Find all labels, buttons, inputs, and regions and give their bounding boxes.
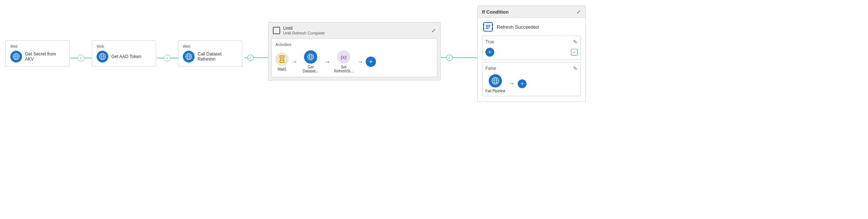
connector-3-until: ✓ [242, 37, 272, 81]
until-square-icon [273, 27, 280, 34]
if-panel-body: Refresh Succeeded True ✎ + ✓ False ✎ [478, 18, 585, 101]
if-panel-title: If Condition [482, 9, 509, 15]
svg-rect-30 [483, 28, 484, 29]
until-container: Until Until Refresh Complete ⤢ Activitie… [268, 22, 441, 80]
card-label-2: Get AAD Token [111, 54, 141, 59]
globe-icon-1 [10, 51, 22, 62]
check-badge-2: ✓ [164, 55, 171, 61]
add-activity-button[interactable]: + [366, 57, 376, 67]
card-type-2: Web [97, 44, 151, 49]
set-refresh-node[interactable]: (x) Set RefreshSt... [333, 50, 355, 73]
web-card-3[interactable]: Web Call Dataset Refreshn [178, 40, 242, 67]
if-expand-icon[interactable]: ⤢ [576, 9, 581, 15]
check-badge-1: ✓ [78, 55, 84, 61]
until-inner: Activities Wait1 → [271, 38, 437, 77]
arrow-1: → [291, 58, 297, 66]
get-dataset-node[interactable]: Get Dataset... [300, 50, 322, 73]
wait-icon [275, 53, 289, 66]
connector-until-if: ✓ [439, 37, 480, 81]
arrow-2: → [324, 58, 330, 66]
variable-icon: (x) [337, 50, 350, 64]
false-add-button[interactable]: + [518, 79, 527, 88]
web-card-1[interactable]: Web Get Secret from AKV [6, 40, 70, 67]
card-label-1: Get Secret from AKV [25, 51, 65, 62]
if-panel-name-row: Refresh Succeeded [482, 21, 581, 33]
get-dataset-icon [304, 50, 317, 64]
svg-text:(x): (x) [341, 54, 347, 60]
false-section-header: False ✎ [485, 65, 578, 71]
svg-rect-31 [492, 24, 493, 26]
if-panel-header: If Condition ⤢ [478, 6, 585, 18]
true-label: True [485, 39, 494, 44]
svg-rect-29 [483, 24, 484, 26]
true-add-button[interactable]: + [485, 48, 494, 57]
connector-2-3: ✓ [157, 58, 178, 58]
activities-label: Activities [275, 42, 433, 47]
condition-icon [482, 21, 494, 33]
fail-pipeline-icon [489, 74, 502, 87]
pipeline-canvas: Web Get Secret from AKV ✓ Web [0, 0, 868, 219]
card-type-3: Web [183, 44, 238, 49]
true-edit-icon[interactable]: ✎ [573, 39, 578, 45]
until-header: Until Until Refresh Complete ⤢ [268, 22, 440, 38]
false-section-content: Fail Pipeline → + [485, 74, 578, 93]
activities-row: Wait1 → Get Dataset.. [275, 50, 433, 73]
arrow-3: → [357, 58, 364, 66]
true-check-box: ✓ [571, 49, 578, 55]
false-label: False [485, 66, 496, 71]
true-section-content: + ✓ [485, 48, 578, 57]
until-subtitle: Until Refresh Complete [283, 31, 325, 35]
svg-text:✓: ✓ [448, 56, 451, 60]
get-dataset-label: Get Dataset... [300, 65, 322, 73]
true-section: True ✎ + ✓ [482, 36, 581, 60]
if-panel-name: Refresh Succeeded [497, 24, 539, 30]
set-refresh-label: Set RefreshSt... [333, 65, 355, 73]
false-section: False ✎ [482, 62, 581, 96]
web-card-2[interactable]: Web Get AAD Token [92, 40, 156, 67]
until-expand-icon[interactable]: ⤢ [431, 28, 436, 33]
svg-rect-32 [492, 28, 493, 29]
fail-pipeline-label: Fail Pipeline [485, 89, 505, 93]
fail-pipeline-node[interactable]: Fail Pipeline [485, 74, 505, 93]
false-edit-icon[interactable]: ✎ [573, 65, 578, 71]
true-section-header: True ✎ [485, 39, 578, 45]
card-type-1: Web [10, 44, 65, 49]
if-condition-panel: If Condition ⤢ [477, 6, 586, 102]
false-arrow: → [508, 80, 515, 87]
connector-1-2: ✓ [70, 58, 92, 58]
globe-icon-3 [183, 51, 195, 62]
globe-icon-2 [97, 51, 108, 62]
svg-text:✓: ✓ [249, 56, 252, 60]
card-label-3: Call Dataset Refreshn [198, 51, 238, 62]
wait1-label: Wait1 [277, 67, 286, 71]
until-title: Until [283, 25, 325, 31]
wait1-node[interactable]: Wait1 [275, 53, 289, 71]
